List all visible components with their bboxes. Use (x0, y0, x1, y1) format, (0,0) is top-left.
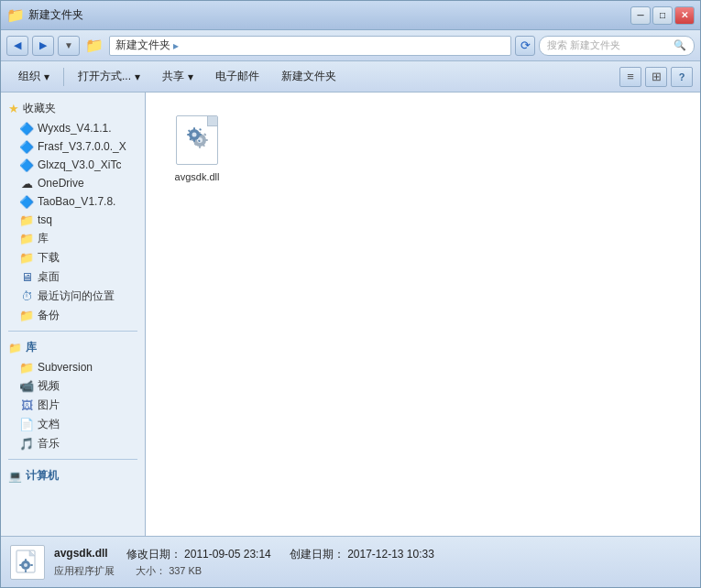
sidebar-item-frasf[interactable]: 🔷 Frasf_V3.7.0.0._X (1, 137, 145, 156)
computer-section: 💻 计算机 (1, 465, 145, 486)
sidebar-item-tsq[interactable]: 📁 tsq (1, 211, 145, 229)
favorites-header[interactable]: ★ 收藏夹 (1, 98, 145, 119)
back-button[interactable]: ◀ (6, 36, 28, 56)
status-size: 大小： 337 KB (136, 565, 202, 576)
svg-rect-15 (198, 134, 202, 136)
breadcrumb-arrow: ▸ (173, 39, 179, 52)
sidebar-item-subversion[interactable]: 📁 Subversion (1, 358, 145, 376)
app-icon: 🔷 (19, 158, 34, 172)
computer-header[interactable]: 💻 计算机 (1, 465, 145, 486)
sidebar-item-wyxds[interactable]: 🔷 Wyxds_V4.1.1. (1, 119, 145, 137)
sidebar-item-taobao[interactable]: 🔷 TaoBao_V1.7.8. (1, 192, 145, 211)
sidebar-item-music[interactable]: 🎵 音乐 (1, 434, 145, 453)
folder-icon: 📁 (19, 251, 34, 266)
help-button[interactable]: ? (671, 67, 693, 87)
sidebar: ★ 收藏夹 🔷 Wyxds_V4.1.1. 🔷 Frasf_V3.7.0.0._… (1, 93, 146, 536)
status-modified-label: 修改日期： 2011-09-05 23:14 (126, 547, 271, 562)
organize-button[interactable]: 组织 ▾ (8, 65, 60, 89)
svg-rect-14 (187, 134, 191, 136)
svg-rect-24 (25, 559, 27, 561)
sidebar-item-desktop[interactable]: 🖥 桌面 (1, 267, 145, 287)
view-options-button[interactable]: ≡ (619, 67, 641, 87)
folder-icon: 📁 (19, 309, 34, 323)
status-filename: avgsdk.dll (54, 547, 108, 562)
sidebar-item-onedrive[interactable]: ☁ OneDrive (1, 174, 145, 192)
cloud-icon: ☁ (19, 176, 34, 191)
favorites-star-icon: ★ (8, 102, 19, 115)
sidebar-divider-1 (8, 331, 137, 332)
svg-rect-18 (199, 127, 202, 130)
svg-rect-26 (19, 564, 22, 566)
forward-button[interactable]: ▶ (32, 36, 54, 56)
sidebar-item-download[interactable]: 📁 下载 (1, 248, 145, 267)
main-area: ★ 收藏夹 🔷 Wyxds_V4.1.1. 🔷 Frasf_V3.7.0.0._… (1, 93, 700, 536)
sidebar-item-backup[interactable]: 📁 备份 (1, 306, 145, 325)
main-window: 📁 新建文件夹 ─ □ ✕ ◀ ▶ ▼ 📁 新建文件夹 ▸ ⟳ 搜索 新建文件夹… (0, 0, 701, 588)
folder-icon: 📁 (19, 360, 34, 375)
new-folder-button[interactable]: 新建文件夹 (271, 65, 346, 89)
library-section: 📁 库 📁 Subversion 📹 视频 🖼 图片 📄 文档 (1, 337, 145, 453)
svg-rect-25 (25, 570, 27, 572)
status-info: avgsdk.dll 修改日期： 2011-09-05 23:14 创建日期： … (54, 547, 434, 578)
svg-point-23 (24, 563, 27, 567)
address-bar: ◀ ▶ ▼ 📁 新建文件夹 ▸ ⟳ 搜索 新建文件夹 🔍 (1, 30, 700, 61)
pictures-icon: 🖼 (19, 398, 34, 413)
library-folder-icon: 📁 (8, 342, 22, 354)
status-created-label: 创建日期： 2017-12-13 10:33 (290, 547, 434, 562)
maximize-button[interactable]: □ (652, 6, 673, 25)
status-type: 应用程序扩展 (54, 565, 115, 576)
app-icon: 🔷 (19, 121, 34, 136)
window-title: 新建文件夹 (28, 7, 630, 23)
svg-rect-5 (204, 139, 208, 141)
toolbar-right: ≡ ⊞ ? (619, 67, 693, 87)
minimize-button[interactable]: ─ (630, 6, 651, 25)
status-file-icon (10, 545, 45, 580)
status-row-2: 应用程序扩展 大小： 337 KB (54, 564, 434, 578)
sidebar-divider-2 (8, 459, 137, 460)
sidebar-item-pictures[interactable]: 🖼 图片 (1, 396, 145, 415)
status-row-1: avgsdk.dll 修改日期： 2011-09-05 23:14 创建日期： … (54, 547, 434, 562)
breadcrumb-bar[interactable]: 新建文件夹 ▸ (109, 36, 511, 56)
svg-rect-12 (193, 127, 195, 131)
search-bar[interactable]: 搜索 新建文件夹 🔍 (539, 36, 695, 56)
sidebar-item-glxzq[interactable]: 🔷 Glxzq_V3.0_XiTc (1, 156, 145, 174)
file-item-avgsdk[interactable]: avgsdk.dll (160, 107, 234, 188)
open-mode-button[interactable]: 打开方式... ▾ (68, 65, 150, 89)
title-bar: 📁 新建文件夹 ─ □ ✕ (1, 1, 700, 30)
folder-icon: 📁 (6, 6, 25, 24)
library-header[interactable]: 📁 库 (1, 337, 145, 358)
sidebar-item-recent[interactable]: ⏱ 最近访问的位置 (1, 287, 145, 306)
computer-icon: 💻 (8, 470, 22, 483)
search-icon: 🔍 (674, 39, 686, 51)
folder-icon: 📁 (19, 212, 34, 227)
gear-icon (181, 122, 213, 159)
svg-rect-3 (199, 145, 201, 148)
sidebar-item-video[interactable]: 📹 视频 (1, 376, 145, 396)
sidebar-item-documents[interactable]: 📄 文档 (1, 415, 145, 434)
toolbar-separator-1 (63, 68, 64, 86)
address-folder-icon: 📁 (85, 37, 104, 54)
documents-icon: 📄 (19, 418, 34, 432)
toolbar: 组织 ▾ 打开方式... ▾ 共享 ▾ 电子邮件 新建文件夹 ≡ ⊞ ? (1, 61, 700, 93)
favorites-section: ★ 收藏夹 🔷 Wyxds_V4.1.1. 🔷 Frasf_V3.7.0.0._… (1, 98, 145, 325)
svg-rect-27 (30, 564, 33, 566)
view-list-button[interactable]: ⊞ (645, 67, 667, 87)
file-icon-wrapper (170, 113, 225, 168)
title-bar-content: 📁 新建文件夹 (6, 6, 630, 24)
folder-icon: 🖥 (19, 270, 34, 285)
video-icon: 📹 (19, 379, 34, 394)
email-button[interactable]: 电子邮件 (205, 65, 269, 89)
recent-icon: ⏱ (19, 289, 34, 304)
folder-icon: 📁 (19, 232, 34, 246)
svg-point-11 (192, 132, 197, 136)
refresh-button[interactable]: ⟳ (515, 36, 535, 56)
breadcrumb-text: 新建文件夹 (115, 38, 170, 53)
close-button[interactable]: ✕ (674, 6, 695, 25)
share-button[interactable]: 共享 ▾ (152, 65, 203, 89)
search-placeholder: 搜索 新建文件夹 (547, 38, 620, 52)
window-controls: ─ □ ✕ (630, 6, 695, 25)
file-area[interactable]: avgsdk.dll (146, 93, 700, 536)
app-icon: 🔷 (19, 194, 34, 209)
sidebar-item-ku[interactable]: 📁 库 (1, 229, 145, 248)
up-button[interactable]: ▼ (58, 36, 80, 56)
